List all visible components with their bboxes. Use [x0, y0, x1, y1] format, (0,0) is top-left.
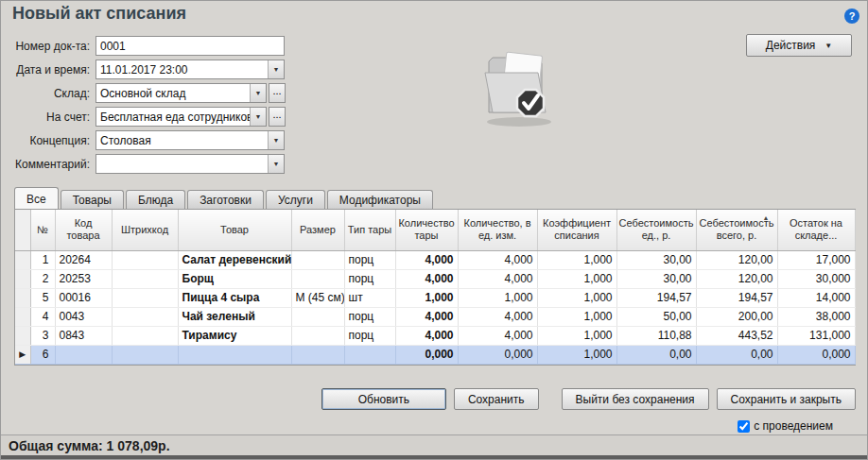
cell-barcode[interactable]	[112, 307, 178, 326]
cell-size[interactable]	[291, 345, 344, 364]
field-warehouse[interactable]: Основной склад▼	[95, 83, 267, 103]
cell-cost_total[interactable]: 194,57	[696, 288, 777, 307]
dropdown-arrow-icon[interactable]: ▼	[268, 155, 284, 173]
column-header-stock[interactable]: Остаток на складе...	[777, 210, 855, 250]
cell-qty_units[interactable]: 0,000	[458, 345, 537, 364]
cell-num[interactable]: 3	[30, 326, 55, 345]
cell-size[interactable]	[291, 250, 344, 269]
cell-code[interactable]: 20253	[55, 269, 112, 288]
column-header-container[interactable]: Тип тары	[344, 210, 395, 250]
tab-all[interactable]: Все	[14, 187, 59, 209]
field-account[interactable]: Бесплатная еда сотрудников▼	[95, 107, 267, 127]
cell-container[interactable]: порц	[344, 250, 395, 269]
cell-barcode[interactable]	[112, 250, 178, 269]
dropdown-arrow-icon[interactable]: ▼	[268, 131, 284, 149]
dropdown-arrow-icon[interactable]: ▼	[250, 84, 266, 102]
cell-qty_tare[interactable]: 4,000	[395, 326, 458, 345]
cell-code[interactable]: 00016	[55, 288, 112, 307]
cell-stock[interactable]: 38,000	[777, 307, 855, 326]
cell-barcode[interactable]	[112, 288, 178, 307]
posting-checkbox[interactable]	[738, 420, 750, 433]
exit-button[interactable]: Выйти без сохранения	[562, 388, 709, 410]
cell-code[interactable]: 0843	[55, 326, 112, 345]
cell-coeff[interactable]: 1,000	[537, 326, 616, 345]
column-header-size[interactable]: Размер	[291, 210, 344, 250]
cell-cost_unit[interactable]: 30,00	[616, 269, 696, 288]
cell-stock[interactable]: 0,000	[777, 345, 855, 364]
column-header-num[interactable]: №	[30, 210, 55, 250]
column-header-barcode[interactable]: Штрихкод	[112, 210, 178, 250]
cell-size[interactable]	[291, 307, 344, 326]
cell-cost_unit[interactable]: 194,57	[616, 288, 696, 307]
cell-coeff[interactable]: 1,000	[537, 250, 616, 269]
cell-coeff[interactable]: 1,000	[537, 345, 616, 364]
browse-button-warehouse[interactable]: ...	[269, 83, 286, 103]
cell-stock[interactable]: 14,000	[777, 288, 855, 307]
refresh-button[interactable]: Обновить	[321, 388, 446, 410]
cell-qty_tare[interactable]: 0,000	[395, 345, 458, 364]
cell-container[interactable]	[344, 345, 395, 364]
table-row[interactable]: 500016Пицца 4 сыраМ (45 см)шт1,0001,0001…	[15, 288, 855, 307]
table-row[interactable]: 120264Салат деревенскийпорц4,0004,0001,0…	[15, 250, 855, 269]
cell-barcode[interactable]	[112, 269, 178, 288]
cell-size[interactable]	[291, 326, 344, 345]
field-datetime[interactable]: 11.01.2017 23:00▼	[95, 60, 285, 79]
table-row[interactable]: ▶60,0000,0001,0000,000,000,000	[15, 345, 855, 364]
field-concept[interactable]: Столовая▼	[95, 130, 285, 150]
column-header-product[interactable]: Товар	[178, 210, 291, 250]
field-comment[interactable]: ▼	[95, 154, 285, 174]
cell-product[interactable]: Пицца 4 сыра	[178, 288, 291, 307]
cell-qty_tare[interactable]: 4,000	[395, 269, 458, 288]
cell-qty_tare[interactable]: 4,000	[395, 250, 458, 269]
cell-cost_unit[interactable]: 0,00	[616, 345, 696, 364]
cell-product[interactable]: Тирамису	[178, 326, 291, 345]
cell-container[interactable]: шт	[344, 288, 395, 307]
cell-barcode[interactable]	[112, 326, 178, 345]
cell-product[interactable]: Чай зеленый	[178, 307, 291, 326]
dropdown-arrow-icon[interactable]: ▼	[268, 60, 284, 78]
cell-code[interactable]	[55, 345, 112, 364]
cell-cost_total[interactable]: 0,00	[696, 345, 777, 364]
tab-dishes[interactable]: Блюда	[126, 190, 185, 209]
cell-coeff[interactable]: 1,000	[537, 288, 616, 307]
cell-coeff[interactable]: 1,000	[537, 307, 616, 326]
cell-num[interactable]: 2	[30, 269, 55, 288]
table-row[interactable]: 220253Борщпорц4,0004,0001,00030,00120,00…	[15, 269, 855, 288]
cell-container[interactable]: порц	[344, 269, 395, 288]
cell-cost_total[interactable]: 120,00	[696, 269, 777, 288]
table-row[interactable]: 40043Чай зеленыйпорц4,0004,0001,00050,00…	[15, 307, 855, 326]
column-header-cost_unit[interactable]: Себестоимость ед., р.	[616, 210, 696, 250]
cell-product[interactable]	[178, 345, 291, 364]
help-icon[interactable]: ?	[844, 9, 859, 24]
save-close-button[interactable]: Сохранить и закрыть	[717, 388, 856, 410]
cell-qty_units[interactable]: 1,000	[458, 288, 537, 307]
save-button[interactable]: Сохранить	[454, 388, 539, 410]
cell-product[interactable]: Салат деревенский	[178, 250, 291, 269]
cell-qty_tare[interactable]: 4,000	[395, 307, 458, 326]
cell-stock[interactable]: 17,000	[777, 250, 855, 269]
column-header-qty_tare[interactable]: Количество тары	[395, 210, 458, 250]
cell-cost_total[interactable]: 120,00	[696, 250, 777, 269]
cell-cost_unit[interactable]: 110,88	[616, 326, 696, 345]
cell-cost_total[interactable]: 200,00	[696, 307, 777, 326]
cell-cost_unit[interactable]: 50,00	[616, 307, 696, 326]
cell-code[interactable]: 20264	[55, 250, 112, 269]
cell-cost_unit[interactable]: 30,00	[616, 250, 696, 269]
cell-container[interactable]: порц	[344, 307, 395, 326]
cell-container[interactable]: порц	[344, 326, 395, 345]
cell-qty_tare[interactable]: 1,000	[395, 288, 458, 307]
cell-stock[interactable]: 30,000	[777, 269, 855, 288]
tab-modifiers[interactable]: Модификаторы	[327, 190, 433, 209]
cell-coeff[interactable]: 1,000	[537, 269, 616, 288]
actions-button[interactable]: Действия ▼	[746, 34, 852, 57]
tab-services[interactable]: Услуги	[266, 190, 325, 209]
cell-qty_units[interactable]: 4,000	[458, 269, 537, 288]
cell-barcode[interactable]	[112, 345, 178, 364]
cell-qty_units[interactable]: 4,000	[458, 326, 537, 345]
field-doc-number[interactable]: 0001	[95, 36, 285, 56]
cell-num[interactable]: 5	[30, 288, 55, 307]
column-header-coeff[interactable]: Коэффициент списания	[537, 210, 616, 250]
cell-qty_units[interactable]: 4,000	[458, 307, 537, 326]
tab-goods[interactable]: Товары	[61, 190, 124, 209]
browse-button-account[interactable]: ...	[269, 107, 286, 127]
